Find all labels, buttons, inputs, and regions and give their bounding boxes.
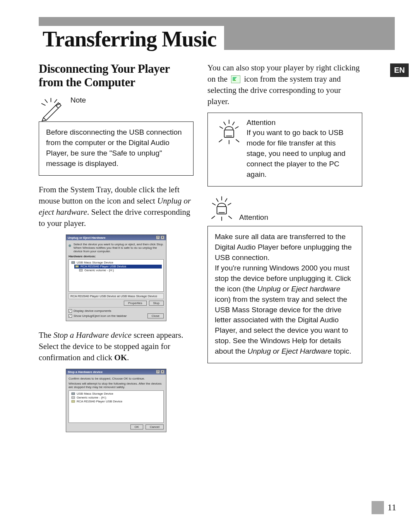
dialog-title-text: Unplug or Eject Hardware [68,236,106,239]
tree-item-selected[interactable]: RCA RD2840 Player USB Device [74,265,162,269]
svg-line-25 [212,203,216,205]
svg-line-14 [224,122,226,125]
note-body: Before disconnecting the USB connection … [46,127,186,169]
device-icon [71,392,75,395]
svg-line-15 [233,122,235,125]
manual-page: Transferring Music EN Disconnecting Your… [0,0,418,532]
language-tab: EN [390,63,409,77]
text: The [39,330,53,340]
attention-icon [215,118,242,147]
page-title: Transferring Music [39,26,219,50]
close-dialog-button[interactable]: Close [147,313,164,318]
dialog-titlebar: Stop a Hardware device ? X [66,369,166,375]
svg-rect-9 [72,393,75,395]
checkbox-label: Display device components [74,309,111,313]
text: topic. [332,347,351,355]
device-list[interactable]: USB Mass Storage Device Generic volume -… [69,390,164,423]
svg-line-1 [54,99,57,103]
dialog-info-text: Select the device you want to unplug or … [74,243,164,253]
list-label: USB Mass Storage Device [77,392,113,395]
text: Make sure all data are transferred to th… [215,233,352,293]
attention-callout-data-transfer: Make sure all data are transferred to th… [207,226,362,364]
help-button[interactable]: ? [156,370,160,374]
tree-item[interactable]: USB Mass Storage Device [70,261,162,265]
ok-button[interactable]: OK [130,424,144,429]
section-heading: Disconnecting Your Player from the Compu… [39,62,194,89]
text: . [127,353,129,362]
svg-line-18 [219,139,223,142]
help-button[interactable]: ? [156,236,160,239]
svg-line-26 [228,203,231,205]
paragraph-systray: From the System Tray, double click the l… [39,184,194,229]
checkbox-display-components[interactable]: ✓Display device components [69,309,164,313]
tree-label: Generic volume - (H:) [84,269,114,272]
paragraph-alt-stop: You can also stop your player by right c… [207,62,362,107]
tree-label: USB Mass Storage Device [77,261,113,264]
svg-line-2 [45,99,48,103]
svg-line-23 [216,198,218,202]
svg-rect-8 [79,269,82,271]
drive-icon [75,265,79,268]
note-box: Before disconnecting the USB connection … [39,121,194,176]
volume-icon [79,269,83,272]
status-line: RCA RD2840 Player USB Device at USB Mass… [69,293,164,299]
svg-rect-6 [72,262,75,263]
checkbox-show-icon[interactable]: ✓Show Unplug/Eject icon on the taskbar [69,314,127,318]
header-bar: Transferring Music [39,17,395,50]
dialog-title-text: Stop a Hardware device [68,370,103,374]
svg-rect-7 [75,265,79,267]
eject-icon [69,243,71,249]
svg-rect-11 [72,400,75,402]
svg-rect-10 [72,397,75,399]
list-label: RCA RD2840 Player USB Device [77,400,122,403]
stop-button[interactable]: Stop [149,301,164,306]
device-tree[interactable]: USB Mass Storage Device RCA RD2840 Playe… [69,259,164,292]
svg-line-4 [41,104,46,106]
close-button[interactable]: X [161,370,164,374]
hardware-devices-label: Hardware devices: [69,255,164,258]
text: icon) from the system tray and select th… [215,295,348,356]
note-callout: Note Before disconnecting the USB connec… [39,96,194,176]
footer-tab [372,501,384,514]
attention-label: Attention [247,118,355,127]
list-item[interactable]: RCA RD2840 Player USB Device [70,400,162,404]
dialog-unplug-eject: Unplug or Eject Hardware ? X Select the … [66,234,166,321]
drive-icon [71,400,75,403]
paragraph-stop-device: The Stop a Hardware device screen appear… [39,330,194,363]
dialog-info-text: Confirm devices to be stopped, Choose OK… [69,377,164,380]
svg-line-28 [228,216,232,219]
attention-label: Attention [239,212,268,223]
list-label: Generic volume - (H:) [77,396,106,399]
svg-line-27 [212,216,215,219]
attention-body: Make sure all data are transferred to th… [215,232,355,357]
attention-icon [207,195,235,224]
attention-body: If you want to go back to USB mode for f… [247,128,355,180]
attention-callout-usb-mode: Attention If you want to go back to USB … [207,113,362,186]
dialog-stop-hardware: Stop a Hardware device ? X Confirm devic… [66,369,166,432]
text-italic: Stop a Hardware device [53,330,132,340]
page-number: 11 [387,502,396,513]
text-italic: Unplug or Eject Hardware [248,347,332,355]
note-label: Note [70,96,86,104]
tree-label: RCA RD2840 Player USB Device [81,265,126,268]
note-icon [39,96,66,125]
list-item[interactable]: Generic volume - (H:) [70,396,162,400]
dialog-titlebar: Unplug or Eject Hardware ? X [66,235,166,240]
tree-item[interactable]: Generic volume - (H:) [78,269,162,272]
svg-line-17 [235,127,239,128]
checkbox-label: Show Unplug/Eject icon on the taskbar [74,314,127,318]
properties-button[interactable]: Properties [124,301,146,306]
svg-line-16 [219,127,223,128]
close-button[interactable]: X [161,236,164,239]
text-italic: Unplug or Eject hardware [257,285,340,293]
header-title-wrap: Transferring Music [39,26,224,50]
cancel-button[interactable]: Cancel [146,424,164,429]
text-bold: OK [114,353,127,362]
device-icon [71,261,75,264]
dialog-info-text: Windows will attempt to stop the followi… [69,382,164,389]
list-item[interactable]: USB Mass Storage Device [70,392,162,396]
svg-line-24 [225,198,227,202]
left-column: Disconnecting Your Player from the Compu… [39,62,194,441]
svg-line-19 [236,139,239,142]
right-column: You can also stop your player by right c… [207,62,362,441]
